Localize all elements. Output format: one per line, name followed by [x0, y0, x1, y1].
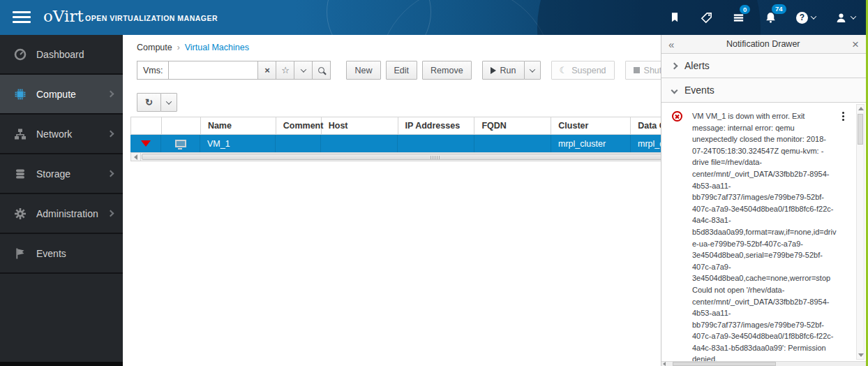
- tasks-button[interactable]: 0: [732, 11, 745, 24]
- sidebar-item-label: Events: [36, 248, 66, 259]
- notifications-button[interactable]: 74: [764, 10, 777, 24]
- edit-button[interactable]: Edit: [386, 61, 418, 80]
- run-dropdown-button[interactable]: [524, 61, 541, 80]
- status-column-header[interactable]: [131, 117, 162, 134]
- star-icon: ☆: [281, 66, 290, 75]
- bookmark-search-button[interactable]: ☆: [276, 61, 294, 80]
- moon-icon: ☾: [560, 66, 568, 75]
- search-options-button[interactable]: [294, 61, 313, 80]
- dashboard-icon: [13, 47, 27, 61]
- chevron-down-icon: [529, 66, 534, 72]
- drawer-horizontal-scrollbar[interactable]: [661, 361, 866, 366]
- table-header-row: Name Comment Host IP Addresses FQDN Clus…: [130, 117, 735, 135]
- chevron-down-icon: [301, 66, 306, 72]
- app-subtitle: OPEN VIRTUALIZATION MANAGER: [85, 14, 218, 22]
- cell-comment: [276, 135, 321, 152]
- chevron-down-icon: [671, 87, 678, 94]
- events-list: VM VM_1 is down with error. Exit message…: [661, 103, 866, 361]
- help-icon: ?: [796, 12, 808, 24]
- flag-icon: [13, 247, 27, 261]
- vm-status-down-icon: [141, 140, 151, 147]
- chevron-right-icon: [107, 210, 114, 217]
- drawer-header: « Notification Drawer ×: [661, 35, 866, 54]
- menu-toggle-icon[interactable]: [13, 11, 31, 26]
- column-header-cluster[interactable]: Cluster: [551, 117, 631, 134]
- storage-icon: [13, 167, 27, 181]
- search-icon: [318, 67, 324, 73]
- suspend-button[interactable]: ☾Suspend: [551, 61, 615, 80]
- vms-table: Name Comment Host IP Addresses FQDN Clus…: [130, 117, 735, 152]
- gear-icon: [13, 207, 27, 221]
- network-icon: [13, 127, 27, 141]
- alerts-label: Alerts: [684, 60, 710, 71]
- run-button[interactable]: Run: [482, 61, 525, 80]
- play-icon: [491, 67, 496, 74]
- sidebar-item-label: Storage: [36, 168, 70, 180]
- events-accordion[interactable]: Events: [661, 78, 866, 103]
- search-scope-label: Vms:: [137, 61, 169, 80]
- cell-fqdn: [474, 135, 551, 152]
- scrollbar-thumb[interactable]: [673, 362, 776, 366]
- user-menu-button[interactable]: [835, 11, 855, 24]
- tasks-count-badge: 0: [740, 5, 750, 15]
- drawer-collapse-icon[interactable]: «: [668, 39, 674, 50]
- chevron-right-icon: [671, 62, 678, 69]
- events-label: Events: [684, 85, 714, 96]
- cell-name: VM_1: [200, 135, 276, 152]
- notification-drawer: « Notification Drawer × Alerts Events VM…: [661, 35, 866, 366]
- arrow-left-icon: [663, 362, 666, 366]
- event-message: VM VM_1 is down with error. Exit message…: [692, 112, 836, 361]
- refresh-button[interactable]: ↻: [137, 93, 161, 112]
- scroll-down-button[interactable]: [858, 353, 864, 357]
- search-button[interactable]: [312, 61, 331, 80]
- table-row[interactable]: VM_1 mrpl_cluster mrpl_datacenter: [130, 135, 735, 152]
- kebab-menu-icon[interactable]: [842, 112, 844, 114]
- help-menu-button[interactable]: ?: [796, 12, 816, 24]
- chevron-down-icon: [166, 98, 172, 104]
- remove-button[interactable]: Remove: [422, 61, 472, 80]
- ovirt-logo[interactable]: oVirt: [43, 7, 84, 25]
- scrollbar-thumb[interactable]: [858, 114, 863, 145]
- chevron-right-icon: [107, 170, 114, 177]
- column-header-ip[interactable]: IP Addresses: [398, 117, 475, 134]
- cell-ip: [398, 135, 474, 152]
- sidebar-item-administration[interactable]: Administration: [0, 194, 123, 234]
- top-navbar: oVirt OPEN VIRTUALIZATION MANAGER 0 74 ?: [0, 0, 868, 35]
- bookmark-button[interactable]: [668, 10, 681, 24]
- alerts-accordion[interactable]: Alerts: [661, 54, 866, 78]
- scrollbar-thumb[interactable]: [142, 154, 719, 160]
- refresh-options-button[interactable]: [160, 93, 177, 112]
- scroll-up-button[interactable]: [858, 107, 864, 110]
- sidebar-item-compute[interactable]: Compute: [0, 75, 123, 115]
- cell-host: [321, 135, 398, 152]
- sidebar-item-label: Administration: [36, 208, 98, 219]
- clear-icon: ×: [264, 65, 270, 75]
- breadcrumb-current-link[interactable]: Virtual Machines: [185, 43, 249, 52]
- sidebar-item-events[interactable]: Events: [0, 234, 123, 274]
- stop-icon: [634, 67, 640, 73]
- events-vertical-scrollbar[interactable]: [856, 104, 865, 360]
- clear-search-button[interactable]: ×: [257, 61, 276, 80]
- vm-type-icon: [175, 140, 186, 147]
- error-circle-icon: [672, 111, 682, 122]
- tags-button[interactable]: [700, 11, 713, 24]
- refresh-icon: ↻: [145, 98, 153, 107]
- event-list-item[interactable]: VM VM_1 is down with error. Exit message…: [661, 103, 866, 361]
- new-button[interactable]: New: [346, 61, 380, 80]
- search-input[interactable]: [169, 61, 258, 80]
- sidebar-item-storage[interactable]: Storage: [0, 154, 123, 194]
- chevron-right-icon: [107, 91, 114, 98]
- sidebar-item-dashboard[interactable]: Dashboard: [0, 35, 123, 75]
- sidebar-item-label: Network: [36, 129, 72, 140]
- breadcrumb-section[interactable]: Compute: [137, 43, 172, 52]
- type-column-header[interactable]: [162, 117, 201, 134]
- column-header-fqdn[interactable]: FQDN: [474, 117, 551, 134]
- table-horizontal-scrollbar[interactable]: [130, 152, 731, 161]
- column-header-name[interactable]: Name: [201, 117, 276, 134]
- chevron-down-icon: [851, 13, 856, 19]
- close-icon[interactable]: ×: [852, 38, 859, 50]
- scroll-left-button[interactable]: [131, 153, 141, 161]
- column-header-comment[interactable]: Comment: [276, 117, 322, 134]
- sidebar-item-network[interactable]: Network: [0, 115, 123, 154]
- column-header-host[interactable]: Host: [322, 117, 398, 134]
